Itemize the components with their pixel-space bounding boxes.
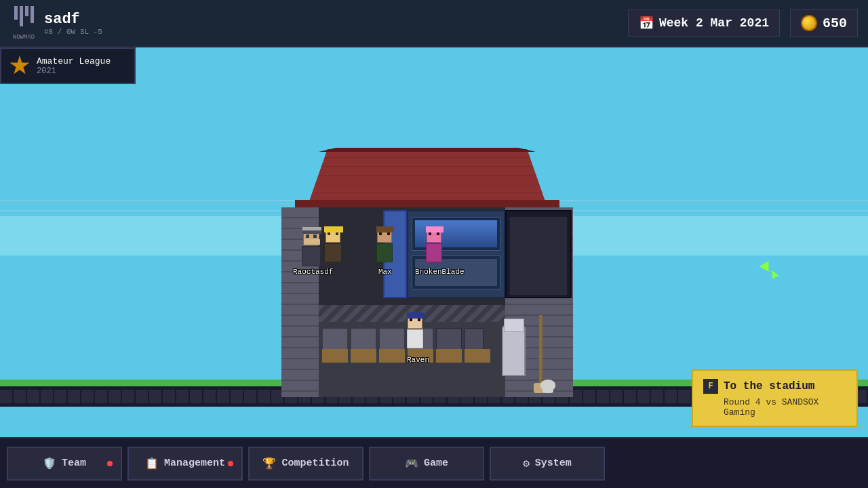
char-brokenblade — [426, 229, 442, 262]
clipboard-icon: 📋 — [145, 457, 159, 470]
logo-bar-4 — [31, 6, 34, 23]
logo-bar-2 — [20, 6, 23, 26]
notify-key-icon: F — [703, 379, 718, 394]
gear-icon: ⚙️ — [523, 457, 530, 470]
competition-label: Competition — [281, 458, 349, 469]
team-name: sadf — [44, 11, 102, 28]
management-dot — [228, 461, 233, 466]
team-button[interactable]: 🛡️ Team — [7, 447, 122, 481]
header-bar: NOWMAD sadf #8 / 0W 3L -5 📅 Week 2 Mar 2… — [0, 0, 868, 47]
char-label-raven: Raven — [407, 356, 429, 364]
toilet — [502, 325, 526, 376]
char-max — [376, 229, 393, 262]
roof — [281, 142, 573, 210]
league-panel: Amateur League 2021 — [0, 47, 136, 84]
management-label: Management — [164, 458, 225, 469]
char-raoct — [302, 230, 321, 266]
date-text: Week 2 Mar 2021 — [659, 16, 769, 30]
stadium-notification[interactable]: F To the stadium Round 4 vs SANDSOX Gami… — [692, 369, 858, 427]
game-label: Game — [424, 458, 448, 469]
team-logo-area: NOWMAD sadf #8 / 0W 3L -5 — [10, 6, 102, 40]
char-asdf — [324, 229, 342, 262]
shield-icon: 🛡️ — [43, 457, 56, 470]
logo-bar-1 — [14, 6, 18, 20]
toilet-tank — [504, 319, 524, 332]
notify-title: To the stadium — [724, 380, 814, 392]
screen-area — [407, 210, 505, 298]
coin-icon — [801, 15, 817, 31]
game-button[interactable]: 🎮 Game — [369, 447, 484, 481]
calendar-icon: 📅 — [639, 16, 654, 30]
notify-header: F To the stadium — [703, 379, 846, 394]
notify-subtitle: Round 4 vs SANDSOX Gaming — [724, 397, 846, 418]
team-info: sadf #8 / 0W 3L -5 — [44, 11, 102, 36]
team-dot — [107, 461, 113, 466]
char-label-brokenblade: BrokenBlade — [415, 268, 465, 276]
league-year: 2021 — [37, 66, 111, 76]
team-logo-icon: NOWMAD — [10, 6, 37, 40]
taskbar: 🛡️ Team 📋 Management 🏆 Competition 🎮 Gam… — [0, 437, 868, 488]
league-name: Amateur League — [37, 56, 111, 66]
skull — [539, 380, 556, 394]
system-label: System — [535, 458, 572, 469]
system-button[interactable]: ⚙️ System — [490, 447, 605, 481]
gamepad-icon: 🎮 — [405, 457, 418, 470]
team-label: Team — [62, 458, 86, 469]
league-icon — [9, 56, 30, 76]
logo-bar-3 — [25, 6, 28, 16]
management-button[interactable]: 📋 Management — [127, 447, 243, 481]
coin-amount: 650 — [823, 16, 847, 31]
team-record: #8 / 0W 3L -5 — [44, 28, 102, 36]
date-area: 📅 Week 2 Mar 2021 — [628, 9, 780, 37]
char-label-max: Max — [378, 268, 392, 276]
char-label-raoctasdf: Raoctasdf — [293, 268, 333, 276]
competition-button[interactable]: 🏆 Competition — [248, 447, 363, 481]
char-raven — [407, 315, 423, 348]
nowmad-label: NOWMAD — [13, 34, 35, 41]
coin-area: 650 — [790, 9, 858, 37]
tv-top-right — [505, 210, 572, 298]
league-info: Amateur League 2021 — [37, 56, 111, 76]
trophy-icon: 🏆 — [262, 457, 276, 470]
